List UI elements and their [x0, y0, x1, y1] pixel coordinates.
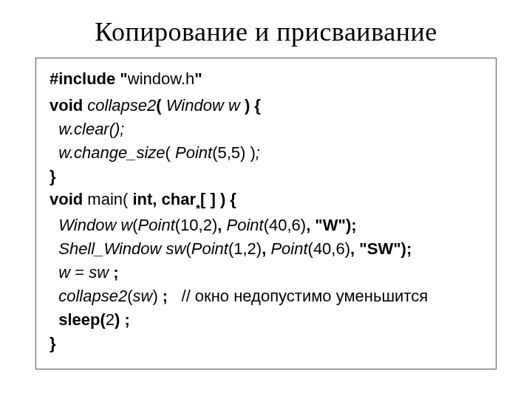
- code-line-8: Shell_Window sw(Point(1,2), Point(40,6),…: [50, 237, 482, 261]
- t: ) ;: [115, 310, 130, 329]
- t: w: [50, 263, 75, 282]
- code-box: #include "window.h" void collapse2( Wind…: [35, 58, 497, 369]
- t: *: [196, 202, 200, 214]
- slide-title: Копирование и присваивание: [0, 16, 532, 47]
- t: ;: [113, 263, 118, 282]
- t: Window w: [162, 96, 245, 115]
- t: ;: [256, 143, 260, 162]
- t: ": [194, 69, 202, 88]
- slide: Копирование и присваивание #include "win…: [0, 0, 532, 399]
- code-line-12: }: [50, 332, 482, 355]
- code-line-10: collapse2(sw) ; // окно недопустимо умен…: [50, 284, 482, 308]
- comment: // окно недопустимо уменьшится: [182, 287, 429, 305]
- code-line-6: void main( int, char*[ ] ) {: [50, 188, 482, 214]
- t: ): [152, 287, 157, 305]
- t: Point: [266, 239, 307, 258]
- t: (: [156, 96, 161, 115]
- t: (: [132, 216, 137, 234]
- t: w.clear();: [50, 120, 124, 138]
- t: Window w: [50, 216, 132, 234]
- t: int, char: [128, 190, 196, 208]
- t: ;: [158, 287, 182, 305]
- t: (40,6): [308, 239, 350, 258]
- t: sleep(: [50, 310, 106, 329]
- t: "W");: [310, 216, 356, 234]
- t: sw: [133, 287, 153, 305]
- t: Shell_Window sw: [50, 239, 185, 258]
- code-line-7: Window w(Point(10,2), Point(40,6), "W");: [50, 214, 482, 237]
- t: (10,2): [175, 216, 217, 234]
- t: #include ": [50, 69, 128, 88]
- t: Point: [191, 239, 228, 258]
- t: sw: [84, 263, 113, 282]
- code-line-5: }: [50, 165, 482, 188]
- t: window.h: [128, 69, 195, 88]
- t: collapse2: [83, 96, 156, 115]
- t: Point: [138, 216, 175, 234]
- code-line-1: #include "window.h": [50, 67, 482, 91]
- t: void: [50, 190, 87, 208]
- code-line-4: w.change_size( Point(5,5) );: [50, 141, 482, 165]
- t: (1,2): [228, 239, 262, 258]
- t: }: [50, 167, 56, 185]
- t: Point: [171, 143, 212, 162]
- t: (5,5) ): [212, 143, 256, 162]
- t: Point: [222, 216, 263, 234]
- code-line-11: sleep(2) ;: [50, 308, 482, 332]
- t: =: [75, 263, 84, 282]
- t: collapse2: [50, 287, 127, 305]
- t: "SW");: [355, 239, 412, 258]
- t: void: [50, 96, 83, 115]
- t: (: [166, 143, 171, 162]
- t: ) {: [245, 96, 261, 115]
- t: [ ] ) {: [200, 190, 236, 208]
- code-line-3: w.clear();: [50, 117, 482, 141]
- t: 2: [106, 310, 115, 329]
- t: w.change_size: [50, 143, 166, 162]
- code-line-9: w = sw ;: [50, 261, 482, 284]
- t: }: [50, 334, 56, 352]
- code-line-2: void collapse2( Window w ) {: [50, 94, 482, 117]
- t: (: [185, 239, 191, 258]
- t: (40,6): [264, 216, 306, 234]
- t: main: [87, 190, 123, 208]
- t: (: [127, 287, 132, 305]
